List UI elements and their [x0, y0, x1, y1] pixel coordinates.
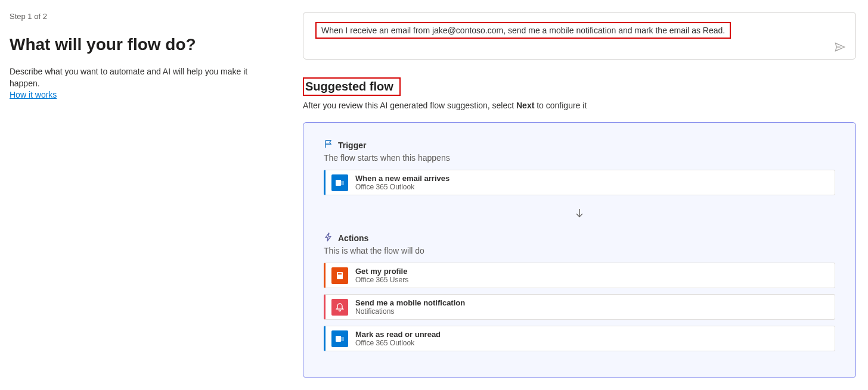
review-post: to configure it	[534, 101, 587, 110]
svg-rect-5	[338, 273, 342, 274]
review-instruction: After you review this AI generated flow …	[303, 101, 856, 110]
trigger-sub: The flow starts when this happens	[324, 153, 835, 163]
step-label: Step 1 of 2	[10, 12, 268, 21]
send-icon[interactable]	[834, 41, 846, 53]
prompt-text: When I receive an email from jake@contos…	[315, 22, 731, 39]
card-title: Mark as read or unread	[355, 330, 441, 339]
how-it-works-link[interactable]: How it works	[10, 90, 57, 99]
svg-rect-4	[337, 272, 343, 279]
card-sub: Notifications	[355, 307, 465, 316]
suggested-heading: Suggested flow	[305, 80, 393, 93]
office-icon	[331, 267, 348, 284]
trigger-card[interactable]: When a new email arrives Office 365 Outl…	[324, 170, 835, 195]
page-title: What will your flow do?	[10, 35, 268, 54]
svg-rect-2	[339, 181, 344, 185]
flag-icon	[324, 139, 333, 151]
review-bold: Next	[516, 101, 534, 110]
card-sub: Office 365 Outlook	[355, 339, 441, 347]
card-title: Get my profile	[355, 267, 408, 276]
card-sub: Office 365 Users	[355, 276, 408, 284]
review-pre: After you review this AI generated flow …	[303, 101, 516, 110]
card-title: When a new email arrives	[355, 174, 450, 183]
card-title: Send me a mobile notification	[355, 298, 465, 307]
card-sub: Office 365 Outlook	[355, 183, 450, 191]
actions-label: Actions	[338, 233, 368, 243]
actions-sub: This is what the flow will do	[324, 246, 835, 255]
flow-container: Trigger The flow starts when this happen…	[303, 122, 856, 378]
action-card[interactable]: Get my profileOffice 365 Users	[324, 263, 835, 288]
action-card[interactable]: Mark as read or unreadOffice 365 Outlook	[324, 326, 835, 351]
trigger-label: Trigger	[338, 141, 366, 150]
arrow-down-icon	[324, 201, 835, 232]
suggested-heading-highlight: Suggested flow	[303, 77, 401, 96]
prompt-input[interactable]: When I receive an email from jake@contos…	[303, 12, 856, 60]
svg-rect-7	[339, 337, 344, 341]
action-card[interactable]: Send me a mobile notificationNotificatio…	[324, 294, 835, 320]
trigger-section-header: Trigger	[324, 139, 835, 151]
lightning-icon	[324, 232, 333, 244]
outlook-icon	[331, 330, 348, 347]
outlook-icon	[331, 174, 348, 191]
actions-section-header: Actions	[324, 232, 835, 244]
page-description: Describe what you want to automate and A…	[10, 66, 268, 89]
bell-icon	[331, 299, 348, 316]
